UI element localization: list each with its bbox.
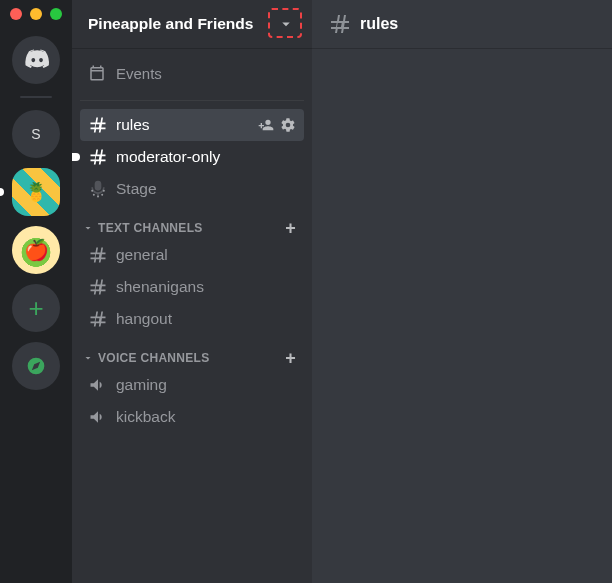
maximize-window-icon[interactable] [50, 8, 62, 20]
add-server-button[interactable]: + [12, 284, 60, 332]
channel-label: shenanigans [116, 278, 204, 296]
channel-label: moderator-only [116, 148, 220, 166]
add-voice-channel-button[interactable]: + [285, 352, 296, 364]
main-content: rules [312, 0, 612, 583]
window-traffic-lights [10, 8, 62, 20]
category-label: TEXT CHANNELS [98, 221, 203, 235]
create-invite-icon[interactable] [258, 117, 274, 133]
svg-point-2 [93, 194, 95, 196]
server-pineapple[interactable] [12, 168, 60, 216]
channel-label: gaming [116, 376, 167, 394]
channel-moderator-only[interactable]: moderator-only [80, 141, 304, 173]
svg-point-0 [91, 190, 93, 192]
active-server-indicator [0, 188, 4, 196]
current-channel-name: rules [360, 15, 398, 33]
divider [80, 100, 304, 101]
events-link[interactable]: Events [80, 54, 304, 92]
home-button[interactable] [12, 36, 60, 84]
svg-point-4 [97, 196, 99, 198]
unread-indicator [72, 153, 80, 161]
category-voice-channels[interactable]: VOICE CHANNELS + [80, 335, 304, 369]
channel-sidebar: Pineapple and Friends Events rules [72, 0, 312, 583]
hash-icon [328, 12, 352, 36]
channel-label: hangout [116, 310, 172, 328]
channel-header: rules [312, 0, 612, 48]
svg-point-1 [103, 190, 105, 192]
channel-general[interactable]: general [80, 239, 304, 271]
add-text-channel-button[interactable]: + [285, 222, 296, 234]
channel-label: general [116, 246, 168, 264]
channel-stage[interactable]: Stage [80, 173, 304, 205]
server-avatar-initial[interactable]: S [12, 110, 60, 158]
server-rail: S + [0, 0, 72, 583]
explore-servers-button[interactable] [12, 342, 60, 390]
server-menu-chevron-icon[interactable] [276, 14, 296, 34]
voice-channel-gaming[interactable]: gaming [80, 369, 304, 401]
events-label: Events [116, 65, 162, 82]
close-window-icon[interactable] [10, 8, 22, 20]
category-label: VOICE CHANNELS [98, 351, 210, 365]
server-header[interactable]: Pineapple and Friends [72, 0, 312, 48]
minimize-window-icon[interactable] [30, 8, 42, 20]
channel-hangout[interactable]: hangout [80, 303, 304, 335]
svg-point-3 [101, 194, 103, 196]
channel-rules[interactable]: rules [80, 109, 304, 141]
channel-shenanigans[interactable]: shenanigans [80, 271, 304, 303]
server-tree[interactable] [12, 226, 60, 274]
channel-label: kickback [116, 408, 175, 426]
channel-settings-icon[interactable] [280, 117, 296, 133]
rail-separator [20, 96, 52, 98]
server-name: Pineapple and Friends [88, 15, 253, 33]
voice-channel-kickback[interactable]: kickback [80, 401, 304, 433]
category-text-channels[interactable]: TEXT CHANNELS + [80, 205, 304, 239]
channel-label: rules [116, 116, 150, 134]
channel-label: Stage [116, 180, 157, 198]
